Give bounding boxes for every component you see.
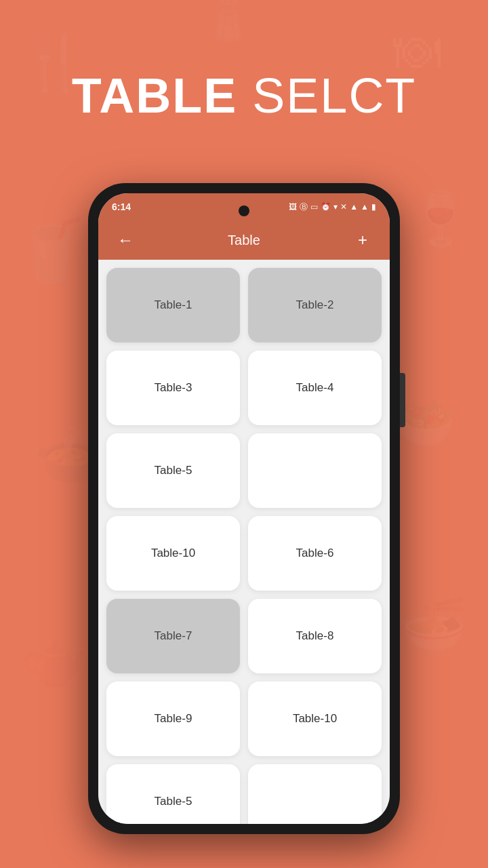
table-card-empty-2[interactable]: [248, 764, 382, 824]
status-icon-wifi: ▾: [333, 202, 338, 212]
status-time: 6:14: [112, 201, 131, 212]
table-card-empty-1[interactable]: [248, 433, 382, 508]
table-card-10b[interactable]: Table-10: [248, 682, 382, 756]
table-card-2[interactable]: Table-2: [248, 268, 382, 342]
side-button: [400, 373, 405, 427]
table-grid: Table-1 Table-2 Table-3 Table-4 Table-5 …: [98, 260, 390, 824]
status-icon-battery: ▮: [371, 202, 376, 212]
camera-notch: [239, 205, 249, 216]
status-icon-screen: ▭: [310, 202, 318, 212]
app-bar-title: Table: [228, 233, 260, 248]
svg-text:🍜: 🍜: [400, 593, 468, 658]
table-card-8[interactable]: Table-8: [248, 599, 382, 673]
table-card-3[interactable]: Table-3: [106, 351, 240, 425]
table-card-6[interactable]: Table-6: [248, 516, 382, 591]
phone-mockup: 6:14 🖼 Ⓑ ▭ ⏰ ▾ ✕ ▲ ▲ ▮ ← Table +: [88, 183, 400, 834]
table-card-9[interactable]: Table-9: [106, 682, 240, 756]
svg-text:🧂: 🧂: [203, 0, 254, 44]
status-icons: 🖼 Ⓑ ▭ ⏰ ▾ ✕ ▲ ▲ ▮: [289, 201, 376, 213]
table-card-4[interactable]: Table-4: [248, 351, 382, 425]
svg-text:🫖: 🫖: [20, 627, 88, 692]
app-bar: ← Table +: [98, 220, 390, 260]
svg-text:🥤: 🥤: [14, 214, 90, 287]
status-icon-signal1: ▲: [350, 202, 358, 212]
status-icon-photo: 🖼: [289, 202, 297, 212]
table-card-1[interactable]: Table-1: [106, 268, 240, 342]
status-icon-x: ✕: [340, 202, 347, 212]
title-bold: TABLE: [72, 68, 238, 123]
svg-text:🍷: 🍷: [407, 186, 474, 251]
table-card-5[interactable]: Table-5: [106, 433, 240, 508]
add-table-button[interactable]: +: [349, 231, 376, 250]
table-card-10a[interactable]: Table-10: [106, 516, 240, 591]
page-header: TABLE SELCT: [0, 68, 488, 123]
table-card-5b[interactable]: Table-5: [106, 764, 240, 824]
table-card-7[interactable]: Table-7: [106, 599, 240, 673]
title-light: SELCT: [237, 68, 416, 123]
back-button[interactable]: ←: [112, 231, 139, 250]
status-icon-b: Ⓑ: [300, 201, 308, 213]
status-icon-signal2: ▲: [361, 202, 369, 212]
status-icon-alarm: ⏰: [321, 202, 331, 212]
